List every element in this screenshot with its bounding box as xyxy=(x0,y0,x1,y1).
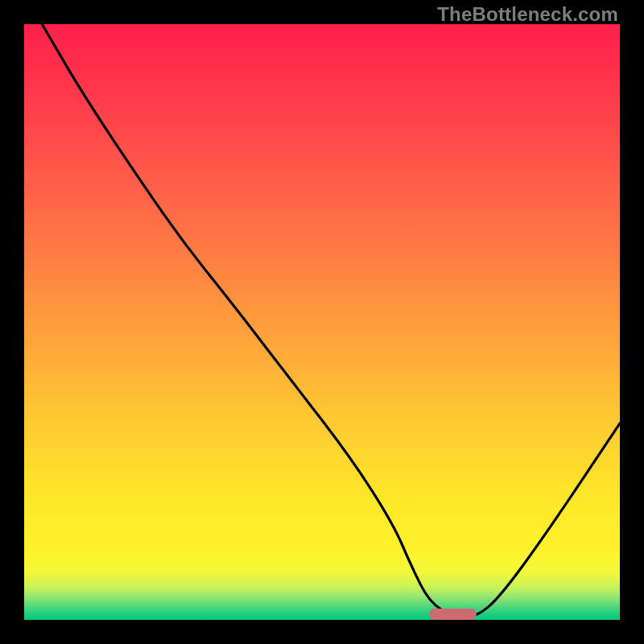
optimal-range-marker xyxy=(429,609,477,620)
bottleneck-curve xyxy=(24,24,620,620)
chart-frame: TheBottleneck.com xyxy=(0,0,644,644)
watermark-text: TheBottleneck.com xyxy=(437,3,618,26)
